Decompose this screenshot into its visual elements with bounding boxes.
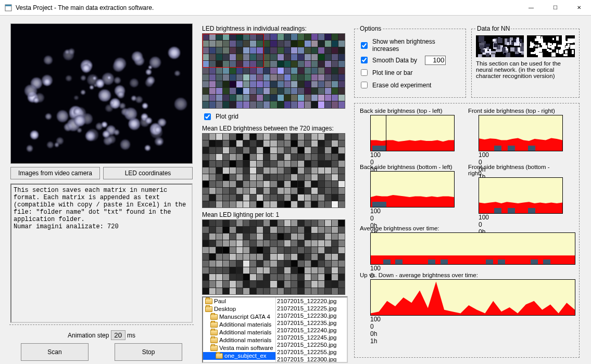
plot-line-checkbox[interactable] — [361, 69, 368, 76]
plot-line-label: Plot line or bar — [372, 69, 412, 76]
plot-title: Front side brightness (top - right) — [468, 108, 564, 114]
tree-node[interactable]: Additional materials — [203, 321, 275, 329]
tree-node[interactable]: Vesta main software — [203, 344, 275, 352]
folder-icon — [210, 345, 218, 351]
brightness-plot: Back side brightness (top - left)10000h1… — [359, 108, 456, 159]
anim-step-unit: ms — [127, 332, 135, 339]
folder-icon — [216, 353, 223, 359]
smooth-label: Smooth Data by — [372, 57, 417, 64]
minimize-button[interactable]: — — [519, 0, 543, 16]
mean-lot-grid — [202, 219, 345, 295]
brightness-plot: Back side brightness (bottom - left)1000… — [359, 164, 456, 221]
maximize-button[interactable]: ☐ — [543, 0, 567, 16]
smooth-value-input[interactable] — [425, 56, 446, 65]
file-item[interactable]: 21072015_122220.jpg — [276, 297, 347, 305]
anim-step-label: Animation step — [68, 332, 109, 339]
close-button[interactable]: ✕ — [567, 0, 591, 16]
images-from-camera-button[interactable]: Images from video camera — [10, 167, 100, 179]
file-item[interactable]: 21072015_122225.jpg — [276, 305, 347, 312]
tree-node[interactable]: Additional materials — [203, 329, 275, 336]
titlebar: Vesta Project - The main data extraction… — [0, 0, 591, 16]
tree-node[interactable]: Manuscript GATA 4 — [203, 313, 275, 321]
folder-icon — [205, 298, 212, 304]
file-item[interactable]: 21072015_122250.jpg — [276, 341, 347, 348]
file-item[interactable]: 21072015_122245.jpg — [276, 334, 347, 341]
scan-button[interactable]: Scan — [21, 343, 89, 361]
file-item[interactable]: 21072015_122230.jpg — [276, 312, 347, 319]
individual-readings-label: LED brightness in individual readings: — [202, 25, 348, 32]
avg-brightness-plot: 10000h1h — [370, 232, 575, 265]
individual-readings-grid — [202, 33, 345, 109]
tree-node[interactable]: one_subject_ex — [203, 352, 275, 360]
nn-thumb-gray — [476, 35, 524, 57]
file-list[interactable]: 21072015_122220.jpg21072015_122225.jpg21… — [276, 297, 347, 362]
mean-720-label: Mean LED brightness between the 720 imag… — [202, 125, 348, 132]
file-item[interactable]: 21072015_122235.jpg — [276, 319, 347, 327]
log-textarea[interactable]: This section saves each matrix in numeri… — [10, 184, 193, 323]
file-item[interactable]: 21072015_122240.jpg — [276, 327, 347, 334]
folder-icon — [205, 306, 212, 312]
nn-group: Data for NN This section can be used for… — [471, 25, 580, 98]
file-browser[interactable]: PaulDesktopManuscript GATA 4Additional m… — [202, 296, 348, 363]
app-icon — [4, 4, 12, 12]
tree-node[interactable]: Paul — [203, 297, 275, 305]
tree-node[interactable]: Additional materials — [203, 336, 275, 344]
show-increase-label: Show when brightness increases — [372, 38, 461, 53]
folder-icon — [210, 322, 218, 328]
left-column: Images from video camera LED coordinates… — [10, 23, 193, 323]
animation-step-row: Animation step ms — [10, 330, 193, 340]
window-title: Vesta Project - The main data extraction… — [16, 4, 519, 11]
plot-title: Back side brightness (top - left) — [360, 108, 456, 114]
folder-icon — [210, 337, 218, 343]
stop-button[interactable]: Stop — [115, 343, 182, 361]
brightness-plot: Front side brightness (top - right)10000… — [467, 108, 564, 159]
plot-grid-checkbox[interactable] — [204, 113, 211, 120]
up-vs-down-plot: 10000h1h — [370, 279, 575, 316]
plot-grid-label: Plot grid — [216, 113, 238, 120]
plots-panel: Back side brightness (top - left)10000h1… — [354, 103, 580, 358]
anim-step-input[interactable] — [111, 330, 125, 340]
options-group: Options Show when brightness increases S… — [354, 25, 466, 98]
mean-lot-label: Mean LED lighting per lot: 1 — [202, 211, 348, 218]
middle-column: LED brightness in individual readings: P… — [202, 25, 348, 306]
erase-old-checkbox[interactable] — [361, 82, 368, 88]
svg-rect-1 — [5, 5, 11, 6]
file-item[interactable]: 21072015_122300.jpg — [276, 356, 347, 362]
file-item[interactable]: 21072015_122255.jpg — [276, 348, 347, 356]
folder-icon — [210, 314, 218, 320]
led-coordinates-button[interactable]: LED coordinates — [103, 167, 193, 179]
erase-old-label: Erase old experiment — [372, 82, 431, 89]
folder-tree[interactable]: PaulDesktopManuscript GATA 4Additional m… — [203, 297, 276, 362]
mean-720-grid — [202, 133, 345, 209]
nn-desc: This section can be used for the neural … — [476, 60, 575, 79]
tree-node[interactable]: Desktop — [203, 305, 275, 313]
folder-icon — [210, 330, 218, 335]
options-legend: Options — [359, 25, 382, 32]
camera-image — [10, 23, 193, 164]
smooth-checkbox[interactable] — [361, 57, 368, 63]
nn-thumb-bw — [527, 35, 575, 57]
show-increase-checkbox[interactable] — [361, 42, 368, 49]
nn-legend: Data for NN — [476, 25, 511, 32]
